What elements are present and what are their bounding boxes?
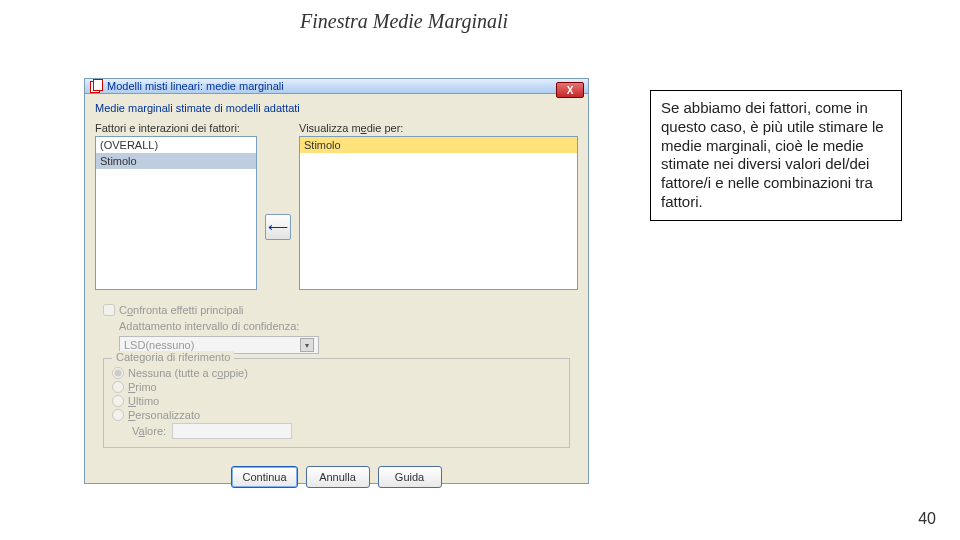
chevron-down-icon: ▾	[300, 338, 314, 352]
radio-label: Ultimo	[128, 395, 159, 407]
factors-row: Fattori e interazioni dei fattori: (OVER…	[95, 122, 578, 290]
list-item[interactable]: Stimolo	[300, 137, 577, 153]
radio-option-last: Ultimo	[112, 395, 561, 407]
cancel-button[interactable]: Annulla	[306, 466, 370, 488]
value-label: Valore:	[132, 425, 166, 437]
radio-last	[112, 395, 124, 407]
radio-custom	[112, 409, 124, 421]
display-means-listbox[interactable]: Stimolo	[299, 136, 578, 290]
slide-title: Finestra Medie Marginali	[300, 10, 508, 33]
left-list-label: Fattori e interazioni dei fattori:	[95, 122, 257, 134]
right-list-label: Visualizza medie per:	[299, 122, 578, 134]
list-item[interactable]: Stimolo	[96, 153, 256, 169]
move-left-button[interactable]: ⟵	[265, 214, 291, 240]
ci-value: LSD(nessuno)	[124, 339, 194, 351]
compare-checkbox-label: Confronta effetti principali	[119, 304, 244, 316]
custom-value-row: Valore:	[132, 423, 561, 439]
titlebar[interactable]: Modelli misti lineari: medie marginali X	[85, 79, 588, 94]
ci-label: Adattamento intervallo di confidenza:	[119, 320, 570, 332]
radio-label: Primo	[128, 381, 157, 393]
arrow-left-icon: ⟵	[268, 219, 288, 235]
reference-category-title: Categoria di riferimento	[112, 351, 234, 363]
radio-label: Nessuna (tutte a coppie)	[128, 367, 248, 379]
page-number: 40	[918, 510, 936, 528]
custom-value-input	[172, 423, 292, 439]
middle-column: ⟵	[265, 122, 291, 290]
radio-none	[112, 367, 124, 379]
close-button[interactable]: X	[556, 82, 584, 98]
dialog-title: Modelli misti lineari: medie marginali	[107, 80, 584, 92]
continue-button[interactable]: Continua	[231, 466, 297, 488]
app-icon	[89, 79, 103, 93]
section-heading: Medie marginali stimate di modelli adatt…	[95, 102, 578, 116]
compare-group: Confronta effetti principali Adattamento…	[95, 300, 578, 454]
list-item[interactable]: (OVERALL)	[96, 137, 256, 153]
annotation-box: Se abbiamo dei fattori, come in questo c…	[650, 90, 902, 221]
dialog-button-row: Continua Annulla Guida	[85, 460, 588, 496]
radio-option-none: Nessuna (tutte a coppie)	[112, 367, 561, 379]
radio-option-custom: Personalizzato	[112, 409, 561, 421]
close-icon: X	[567, 85, 574, 96]
ci-subfield: Adattamento intervallo di confidenza: LS…	[119, 320, 570, 354]
right-column: Visualizza medie per: Stimolo	[299, 122, 578, 290]
dialog-body: Medie marginali stimate di modelli adatt…	[85, 94, 588, 460]
help-button[interactable]: Guida	[378, 466, 442, 488]
compare-checkbox[interactable]	[103, 304, 115, 316]
radio-label: Personalizzato	[128, 409, 200, 421]
compare-checkbox-row[interactable]: Confronta effetti principali	[103, 304, 570, 316]
radio-first	[112, 381, 124, 393]
radio-option-first: Primo	[112, 381, 561, 393]
left-column: Fattori e interazioni dei fattori: (OVER…	[95, 122, 257, 290]
factors-listbox[interactable]: (OVERALL) Stimolo	[95, 136, 257, 290]
reference-category-group: Categoria di riferimento Nessuna (tutte …	[103, 358, 570, 448]
dialog-window: Modelli misti lineari: medie marginali X…	[84, 78, 589, 484]
